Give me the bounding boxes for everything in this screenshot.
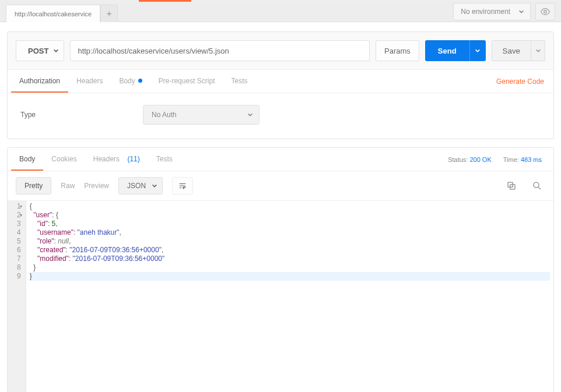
status-label: Status: 200 OK xyxy=(448,156,492,163)
request-panel: POST Params Send Save Authorization Head… xyxy=(7,31,554,139)
chevron-down-icon xyxy=(247,112,253,118)
tab-headers[interactable]: Headers xyxy=(68,70,111,93)
tab-prerequest[interactable]: Pre-request Script xyxy=(150,70,223,93)
copy-response-button[interactable] xyxy=(503,178,520,194)
response-panel: Body Cookies Headers (11) Tests Status: … xyxy=(7,147,554,392)
svg-point-0 xyxy=(544,10,547,13)
chevron-down-icon xyxy=(53,48,59,54)
save-button[interactable]: Save xyxy=(492,40,531,61)
status-value: 200 OK xyxy=(469,156,491,163)
response-tab-body[interactable]: Body xyxy=(11,148,43,171)
tab-bar: http://localhost/cakeservice + No enviro… xyxy=(0,2,561,22)
response-body-editor[interactable]: 123456789 { "user": { "id": 5, "username… xyxy=(8,200,553,392)
auth-type-value: No Auth xyxy=(152,111,177,119)
view-preview-button[interactable]: Preview xyxy=(84,182,109,190)
code-content: { "user": { "id": 5, "username": "aneh t… xyxy=(26,201,553,392)
chevron-down-icon xyxy=(518,9,524,15)
http-method-select[interactable]: POST xyxy=(16,40,64,61)
response-tab-tests[interactable]: Tests xyxy=(148,148,181,171)
send-button[interactable]: Send xyxy=(425,40,469,61)
response-tab-cookies[interactable]: Cookies xyxy=(43,148,85,171)
auth-type-label: Type xyxy=(20,111,120,119)
tab-tests[interactable]: Tests xyxy=(223,70,255,93)
search-icon xyxy=(532,181,542,191)
save-options-button[interactable] xyxy=(531,40,545,61)
chevron-down-icon xyxy=(535,48,541,54)
time-label: Time: 483 ms xyxy=(503,156,542,163)
modified-dot-icon xyxy=(138,79,142,83)
send-options-button[interactable] xyxy=(469,40,486,61)
wrap-lines-button[interactable] xyxy=(172,177,193,195)
add-tab-button[interactable]: + xyxy=(100,5,118,22)
url-input[interactable] xyxy=(70,40,370,61)
time-value: 483 ms xyxy=(521,156,542,163)
line-gutter: 123456789 xyxy=(8,201,26,392)
response-tab-headers[interactable]: Headers (11) xyxy=(85,148,148,171)
tab-request-0[interactable]: http://localhost/cakeservice xyxy=(6,5,100,22)
environment-label: No environment xyxy=(461,8,510,16)
copy-icon xyxy=(506,181,517,191)
environment-select[interactable]: No environment xyxy=(453,3,531,20)
chevron-down-icon xyxy=(152,183,157,189)
auth-type-select[interactable]: No Auth xyxy=(143,105,260,125)
tab-authorization[interactable]: Authorization xyxy=(11,70,68,93)
environment-quicklook-button[interactable] xyxy=(535,3,555,20)
params-button[interactable]: Params xyxy=(376,40,419,61)
tab-body[interactable]: Body xyxy=(111,70,150,93)
wrap-icon xyxy=(177,182,188,190)
eye-icon xyxy=(540,6,551,17)
generate-code-link[interactable]: Generate Code xyxy=(496,77,544,86)
search-response-button[interactable] xyxy=(529,178,545,194)
chevron-down-icon xyxy=(475,48,481,54)
view-pretty-button[interactable]: Pretty xyxy=(16,177,51,195)
svg-point-3 xyxy=(534,182,539,188)
response-format-select[interactable]: JSON xyxy=(118,177,163,195)
view-raw-button[interactable]: Raw xyxy=(61,182,75,190)
http-method-value: POST xyxy=(28,47,48,55)
